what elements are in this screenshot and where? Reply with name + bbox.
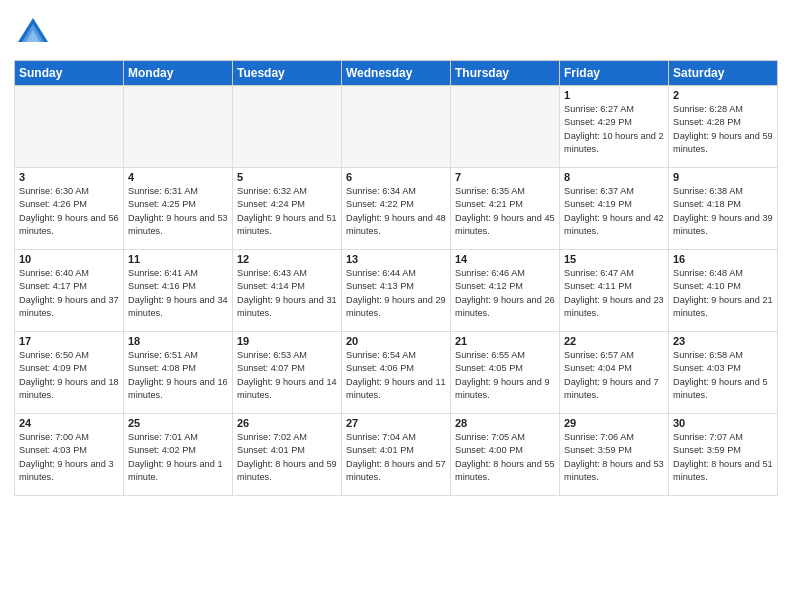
day-info: Sunrise: 7:02 AM Sunset: 4:01 PM Dayligh… [237,431,337,484]
col-header-thursday: Thursday [451,61,560,86]
day-number: 4 [128,171,228,183]
day-cell: 4Sunrise: 6:31 AM Sunset: 4:25 PM Daylig… [124,168,233,250]
col-header-saturday: Saturday [669,61,778,86]
day-cell: 9Sunrise: 6:38 AM Sunset: 4:18 PM Daylig… [669,168,778,250]
day-cell: 5Sunrise: 6:32 AM Sunset: 4:24 PM Daylig… [233,168,342,250]
day-number: 3 [19,171,119,183]
day-cell: 23Sunrise: 6:58 AM Sunset: 4:03 PM Dayli… [669,332,778,414]
day-info: Sunrise: 6:40 AM Sunset: 4:17 PM Dayligh… [19,267,119,320]
day-number: 5 [237,171,337,183]
col-header-tuesday: Tuesday [233,61,342,86]
day-number: 18 [128,335,228,347]
day-number: 25 [128,417,228,429]
day-number: 11 [128,253,228,265]
day-info: Sunrise: 6:31 AM Sunset: 4:25 PM Dayligh… [128,185,228,238]
day-number: 24 [19,417,119,429]
page-container: SundayMondayTuesdayWednesdayThursdayFrid… [0,0,792,506]
header [14,10,778,52]
day-info: Sunrise: 6:32 AM Sunset: 4:24 PM Dayligh… [237,185,337,238]
day-cell [15,86,124,168]
day-info: Sunrise: 7:00 AM Sunset: 4:03 PM Dayligh… [19,431,119,484]
day-cell: 2Sunrise: 6:28 AM Sunset: 4:28 PM Daylig… [669,86,778,168]
day-info: Sunrise: 6:57 AM Sunset: 4:04 PM Dayligh… [564,349,664,402]
day-number: 8 [564,171,664,183]
day-number: 6 [346,171,446,183]
day-cell: 29Sunrise: 7:06 AM Sunset: 3:59 PM Dayli… [560,414,669,496]
day-cell [124,86,233,168]
day-info: Sunrise: 6:58 AM Sunset: 4:03 PM Dayligh… [673,349,773,402]
day-cell: 21Sunrise: 6:55 AM Sunset: 4:05 PM Dayli… [451,332,560,414]
day-number: 29 [564,417,664,429]
day-cell: 10Sunrise: 6:40 AM Sunset: 4:17 PM Dayli… [15,250,124,332]
day-info: Sunrise: 6:37 AM Sunset: 4:19 PM Dayligh… [564,185,664,238]
day-cell: 11Sunrise: 6:41 AM Sunset: 4:16 PM Dayli… [124,250,233,332]
day-cell: 14Sunrise: 6:46 AM Sunset: 4:12 PM Dayli… [451,250,560,332]
day-cell: 20Sunrise: 6:54 AM Sunset: 4:06 PM Dayli… [342,332,451,414]
day-info: Sunrise: 6:47 AM Sunset: 4:11 PM Dayligh… [564,267,664,320]
day-number: 22 [564,335,664,347]
day-info: Sunrise: 6:28 AM Sunset: 4:28 PM Dayligh… [673,103,773,156]
day-number: 21 [455,335,555,347]
header-row: SundayMondayTuesdayWednesdayThursdayFrid… [15,61,778,86]
day-number: 7 [455,171,555,183]
day-cell: 3Sunrise: 6:30 AM Sunset: 4:26 PM Daylig… [15,168,124,250]
day-cell: 13Sunrise: 6:44 AM Sunset: 4:13 PM Dayli… [342,250,451,332]
day-number: 26 [237,417,337,429]
logo [14,14,52,52]
day-number: 1 [564,89,664,101]
day-cell: 17Sunrise: 6:50 AM Sunset: 4:09 PM Dayli… [15,332,124,414]
day-cell: 16Sunrise: 6:48 AM Sunset: 4:10 PM Dayli… [669,250,778,332]
day-info: Sunrise: 6:27 AM Sunset: 4:29 PM Dayligh… [564,103,664,156]
day-info: Sunrise: 6:43 AM Sunset: 4:14 PM Dayligh… [237,267,337,320]
day-cell: 25Sunrise: 7:01 AM Sunset: 4:02 PM Dayli… [124,414,233,496]
day-number: 14 [455,253,555,265]
day-number: 9 [673,171,773,183]
week-row-2: 3Sunrise: 6:30 AM Sunset: 4:26 PM Daylig… [15,168,778,250]
day-cell: 7Sunrise: 6:35 AM Sunset: 4:21 PM Daylig… [451,168,560,250]
day-cell [233,86,342,168]
day-info: Sunrise: 6:38 AM Sunset: 4:18 PM Dayligh… [673,185,773,238]
week-row-1: 1Sunrise: 6:27 AM Sunset: 4:29 PM Daylig… [15,86,778,168]
day-info: Sunrise: 7:06 AM Sunset: 3:59 PM Dayligh… [564,431,664,484]
day-number: 17 [19,335,119,347]
day-cell: 28Sunrise: 7:05 AM Sunset: 4:00 PM Dayli… [451,414,560,496]
day-cell [451,86,560,168]
logo-icon [14,14,52,52]
day-info: Sunrise: 6:48 AM Sunset: 4:10 PM Dayligh… [673,267,773,320]
day-info: Sunrise: 6:53 AM Sunset: 4:07 PM Dayligh… [237,349,337,402]
week-row-5: 24Sunrise: 7:00 AM Sunset: 4:03 PM Dayli… [15,414,778,496]
day-number: 2 [673,89,773,101]
day-cell [342,86,451,168]
day-cell: 12Sunrise: 6:43 AM Sunset: 4:14 PM Dayli… [233,250,342,332]
col-header-monday: Monday [124,61,233,86]
day-info: Sunrise: 6:34 AM Sunset: 4:22 PM Dayligh… [346,185,446,238]
week-row-4: 17Sunrise: 6:50 AM Sunset: 4:09 PM Dayli… [15,332,778,414]
day-info: Sunrise: 6:50 AM Sunset: 4:09 PM Dayligh… [19,349,119,402]
day-cell: 19Sunrise: 6:53 AM Sunset: 4:07 PM Dayli… [233,332,342,414]
day-cell: 22Sunrise: 6:57 AM Sunset: 4:04 PM Dayli… [560,332,669,414]
day-number: 19 [237,335,337,347]
day-number: 16 [673,253,773,265]
day-info: Sunrise: 7:07 AM Sunset: 3:59 PM Dayligh… [673,431,773,484]
day-info: Sunrise: 6:51 AM Sunset: 4:08 PM Dayligh… [128,349,228,402]
day-number: 15 [564,253,664,265]
day-cell: 6Sunrise: 6:34 AM Sunset: 4:22 PM Daylig… [342,168,451,250]
day-info: Sunrise: 6:55 AM Sunset: 4:05 PM Dayligh… [455,349,555,402]
day-info: Sunrise: 6:35 AM Sunset: 4:21 PM Dayligh… [455,185,555,238]
day-cell: 26Sunrise: 7:02 AM Sunset: 4:01 PM Dayli… [233,414,342,496]
day-cell: 24Sunrise: 7:00 AM Sunset: 4:03 PM Dayli… [15,414,124,496]
col-header-sunday: Sunday [15,61,124,86]
day-info: Sunrise: 6:41 AM Sunset: 4:16 PM Dayligh… [128,267,228,320]
calendar-table: SundayMondayTuesdayWednesdayThursdayFrid… [14,60,778,496]
col-header-wednesday: Wednesday [342,61,451,86]
day-cell: 27Sunrise: 7:04 AM Sunset: 4:01 PM Dayli… [342,414,451,496]
day-cell: 15Sunrise: 6:47 AM Sunset: 4:11 PM Dayli… [560,250,669,332]
day-info: Sunrise: 7:01 AM Sunset: 4:02 PM Dayligh… [128,431,228,484]
day-number: 28 [455,417,555,429]
day-cell: 1Sunrise: 6:27 AM Sunset: 4:29 PM Daylig… [560,86,669,168]
week-row-3: 10Sunrise: 6:40 AM Sunset: 4:17 PM Dayli… [15,250,778,332]
day-info: Sunrise: 6:44 AM Sunset: 4:13 PM Dayligh… [346,267,446,320]
day-info: Sunrise: 7:04 AM Sunset: 4:01 PM Dayligh… [346,431,446,484]
day-number: 30 [673,417,773,429]
col-header-friday: Friday [560,61,669,86]
